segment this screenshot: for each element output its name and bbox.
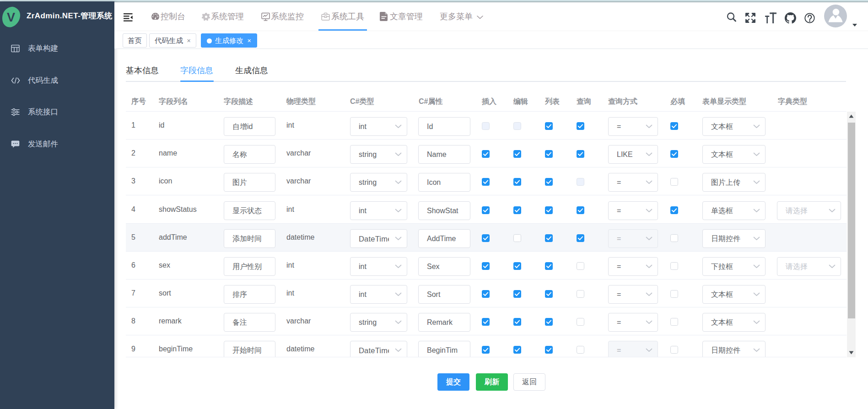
svg-text:V: V bbox=[7, 11, 15, 24]
